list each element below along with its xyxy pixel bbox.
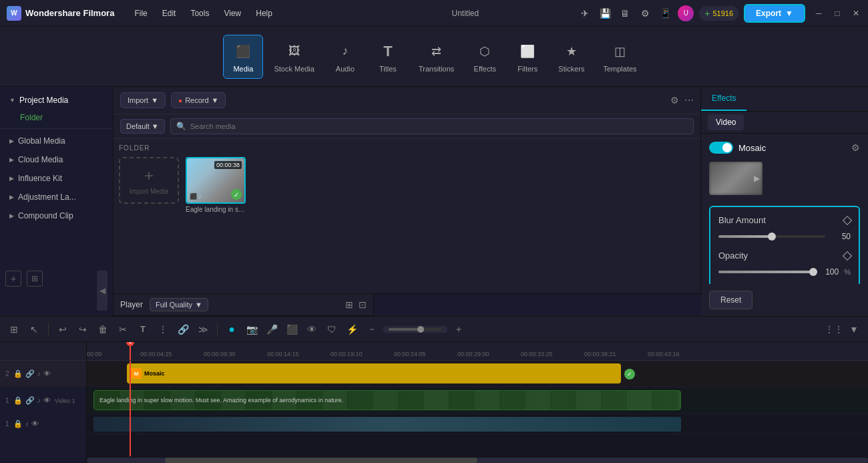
default-view-button[interactable]: Default ▼ (120, 119, 165, 134)
mosaic-toggle[interactable] (709, 142, 733, 154)
blur-value: 50 (831, 232, 851, 241)
reset-button[interactable]: Reset (709, 291, 752, 309)
redo-button[interactable]: ↪ (74, 321, 91, 338)
blur-slider[interactable] (718, 235, 825, 238)
blur-slider-handle[interactable] (768, 233, 776, 241)
record-tl-icon[interactable]: ● (223, 321, 240, 338)
minimize-button[interactable]: ─ (813, 8, 824, 19)
track-link-icon[interactable]: 🔗 (25, 369, 35, 378)
fullscreen-icon[interactable]: ⊡ (359, 299, 367, 310)
tab-effects[interactable]: Effects (701, 87, 746, 111)
search-input[interactable] (190, 122, 688, 130)
panel-item-influence-kit[interactable]: ▶ Influence Kit (0, 169, 113, 188)
tool-effects[interactable]: ⬡ Effects (465, 35, 505, 78)
menu-help[interactable]: Help (249, 6, 279, 21)
sub-tab-video[interactable]: Video (708, 114, 744, 130)
collapse-panel-icon[interactable]: ◀ (97, 271, 107, 311)
opacity-slider-handle[interactable] (809, 268, 817, 276)
panel-item-folder[interactable]: Folder (0, 110, 113, 126)
track-audio-icon[interactable]: ♪ (37, 369, 41, 378)
split-button[interactable]: ⋮ (154, 321, 172, 338)
screen-icon[interactable]: 🖥 (618, 6, 632, 21)
opacity-keyframe-icon[interactable] (843, 251, 852, 260)
link-button[interactable]: 🔗 (174, 321, 192, 338)
blur-keyframe-icon[interactable] (843, 215, 852, 224)
panel-item-compound-clip[interactable]: ▶ Compound Clip (0, 206, 113, 225)
text-tool-icon[interactable]: T (134, 321, 152, 338)
track1-audio-icon[interactable]: ♪ (37, 396, 41, 405)
filter-icon[interactable]: ⚙ (670, 95, 679, 106)
tool-transitions[interactable]: ⇄ Transitions (411, 35, 462, 78)
speed-icon[interactable]: ⚡ (343, 321, 361, 338)
tool-filters[interactable]: ⬜ Filters (507, 35, 548, 78)
scrollbar-thumb[interactable] (165, 458, 477, 463)
track-lock-icon[interactable]: 🔒 (13, 369, 23, 378)
save-icon[interactable]: 💾 (598, 6, 612, 21)
delete-button[interactable]: 🗑 (94, 321, 112, 338)
cut-button[interactable]: ✂ (114, 321, 132, 338)
templates-icon: ◫ (610, 41, 631, 62)
scenes-tool-icon[interactable]: ⊞ (5, 321, 23, 338)
tool-titles[interactable]: T Titles (368, 35, 408, 78)
maximize-button[interactable]: □ (832, 8, 843, 19)
camera-icon[interactable]: 📷 (243, 321, 260, 338)
menu-tools[interactable]: Tools (184, 6, 216, 21)
opacity-slider[interactable] (718, 271, 813, 273)
track-eye-icon[interactable]: 👁 (43, 369, 51, 378)
panel-item-adjustment[interactable]: ▶ Adjustment La... (0, 188, 113, 206)
devices-icon[interactable]: 📱 (658, 6, 672, 21)
minus-zoom-icon[interactable]: － (363, 321, 381, 338)
import-media-tile[interactable]: + Import Media (119, 157, 179, 204)
mic-icon[interactable]: 🎤 (263, 321, 280, 338)
audio-lock-icon[interactable]: 🔒 (13, 420, 23, 428)
eye-tl-icon[interactable]: 👁 (303, 321, 320, 338)
close-button[interactable]: ✕ (851, 8, 861, 19)
grid-preview-icon[interactable]: ⊞ (345, 299, 353, 310)
mosaic-clip[interactable]: M Mosaic (127, 363, 621, 383)
shield-icon[interactable]: 🛡 (323, 321, 341, 338)
tool-templates-label: Templates (603, 65, 636, 73)
undo-button[interactable]: ↩ (54, 321, 71, 338)
tool-stock-media[interactable]: 🖼 Stock Media (266, 35, 322, 78)
tool-media[interactable]: ⬛ Media (223, 35, 263, 79)
more-tl-icon[interactable]: ▼ (845, 321, 863, 338)
panel-item-global-media[interactable]: ▶ Global Media (0, 132, 113, 150)
quality-selector[interactable]: Full Quality ▼ (150, 298, 208, 311)
mosaic-preview[interactable]: ▶ (709, 162, 763, 195)
share-icon[interactable]: ✈ (578, 6, 592, 21)
user-avatar[interactable]: U (678, 5, 694, 21)
track1-link-icon[interactable]: 🔗 (25, 396, 35, 405)
menu-file[interactable]: File (128, 6, 154, 21)
mosaic-settings-icon[interactable]: ⚙ (851, 142, 860, 153)
grid-tl-icon[interactable]: ⋮⋮ (825, 321, 843, 338)
menu-edit[interactable]: Edit (156, 6, 183, 21)
panel-item-project-media[interactable]: ▼ Project Media (0, 91, 113, 110)
zoom-slider[interactable] (389, 328, 442, 331)
audio-eye-icon[interactable]: 👁 (31, 420, 39, 428)
plus-zoom-icon[interactable]: ＋ (450, 321, 467, 338)
select-tool-icon[interactable]: ↖ (25, 321, 43, 338)
panel-item-cloud-media[interactable]: ▶ Cloud Media (0, 150, 113, 169)
export-button[interactable]: Export ▼ (744, 4, 805, 23)
tool-stickers[interactable]: ★ Stickers (550, 35, 592, 78)
tool-audio[interactable]: ♪ Audio (325, 35, 365, 78)
settings-icon[interactable]: ⚙ (638, 6, 652, 21)
tool-templates[interactable]: ◫ Templates (595, 35, 644, 78)
media-thumbnail[interactable]: 00:00:38 ⬛ ♪ ✓ Eagle landing in super... (186, 157, 246, 213)
grid-view-icon[interactable]: ⊞ (27, 271, 43, 287)
import-button[interactable]: Import ▼ (120, 92, 166, 108)
record-button[interactable]: ● Record ▼ (171, 92, 226, 108)
track1-lock-icon[interactable]: 🔒 (13, 396, 23, 405)
more-tools-button[interactable]: ≫ (194, 321, 212, 338)
subtitle-icon[interactable]: ⬛ (283, 321, 300, 338)
timeline-scrollbar[interactable] (87, 458, 868, 463)
audio-clip[interactable] (93, 417, 681, 432)
playhead[interactable]: × (130, 342, 131, 360)
zoom-handle[interactable] (417, 326, 424, 333)
video-clip[interactable]: Eagle landing in super slow motion. Must… (93, 390, 681, 410)
more-options-icon[interactable]: ⋯ (684, 95, 694, 106)
track1-eye-icon[interactable]: 👁 (43, 396, 51, 405)
audio-track-icon[interactable]: ♪ (25, 420, 29, 428)
new-folder-icon[interactable]: + (5, 271, 21, 287)
menu-view[interactable]: View (217, 6, 248, 21)
